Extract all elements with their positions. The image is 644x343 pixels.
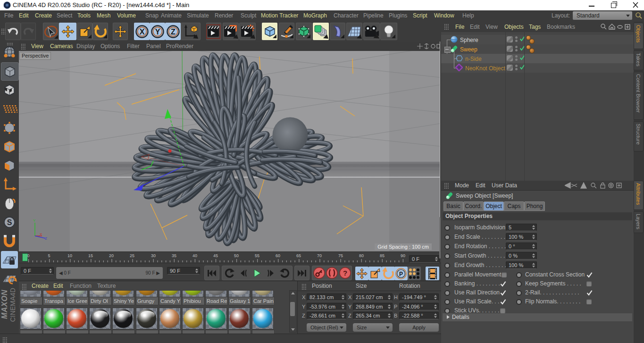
svg-text:S: S — [7, 218, 12, 226]
svg-text:Z: Z — [45, 236, 47, 241]
svg-text:Z: Z — [171, 27, 176, 35]
svg-text:?: ? — [343, 269, 347, 277]
svg-text:Y: Y — [155, 27, 160, 35]
svg-text:Y: Y — [33, 218, 36, 223]
svg-text:X: X — [139, 27, 144, 35]
svg-text:X: X — [40, 232, 42, 236]
svg-text:P: P — [399, 271, 403, 277]
